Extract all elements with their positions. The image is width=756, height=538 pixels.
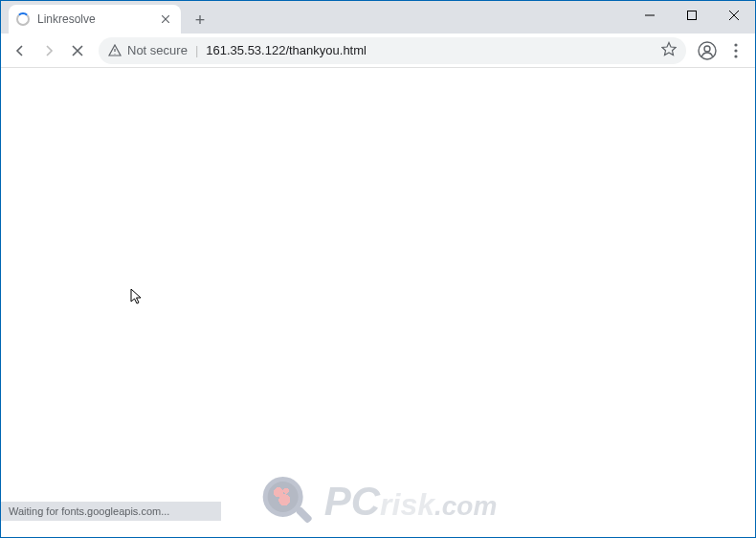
forward-button[interactable] <box>35 37 62 64</box>
cursor-icon <box>130 288 144 305</box>
close-icon <box>72 45 83 56</box>
profile-button[interactable] <box>694 37 721 64</box>
watermark-text: PCrisk.com <box>324 479 498 525</box>
svg-point-4 <box>734 49 737 52</box>
arrow-left-icon <box>12 43 28 58</box>
tab-title: Linkresolve <box>37 12 158 26</box>
magnifier-icon <box>259 473 317 530</box>
back-button[interactable] <box>7 37 33 64</box>
star-icon <box>661 41 677 56</box>
loading-spinner-icon <box>16 12 30 26</box>
separator: | <box>195 43 198 57</box>
security-label: Not secure <box>127 43 188 57</box>
plus-icon: + <box>195 11 206 31</box>
svg-point-2 <box>704 46 710 52</box>
kebab-icon <box>734 43 738 58</box>
svg-point-5 <box>734 55 737 57</box>
toolbar: Not secure | 161.35.53.122/thankyou.html <box>1 34 755 68</box>
browser-window: Linkresolve + <box>0 0 756 538</box>
page-viewport <box>1 68 755 537</box>
user-icon <box>698 41 717 60</box>
close-tab-button[interactable] <box>158 11 173 27</box>
close-icon <box>729 11 739 20</box>
menu-button[interactable] <box>723 37 749 64</box>
bookmark-button[interactable] <box>661 41 677 59</box>
watermark: PCrisk.com <box>259 473 498 530</box>
stop-reload-button[interactable] <box>64 37 91 64</box>
browser-tab[interactable]: Linkresolve <box>9 5 181 34</box>
close-window-button[interactable] <box>713 1 755 30</box>
minimize-button[interactable] <box>629 1 671 30</box>
address-bar[interactable]: Not secure | 161.35.53.122/thankyou.html <box>99 37 686 64</box>
maximize-icon <box>687 11 697 20</box>
minimize-icon <box>645 11 655 20</box>
close-icon <box>162 15 169 23</box>
svg-rect-0 <box>688 11 697 20</box>
window-controls <box>629 1 755 30</box>
new-tab-button[interactable]: + <box>187 7 213 34</box>
status-bar: Waiting for fonts.googleapis.com... <box>1 502 221 521</box>
svg-point-1 <box>699 42 716 59</box>
svg-point-3 <box>734 43 737 46</box>
url-text: 161.35.53.122/thankyou.html <box>206 43 367 57</box>
status-text: Waiting for fonts.googleapis.com... <box>9 505 169 517</box>
arrow-right-icon <box>41 43 56 58</box>
tab-strip: Linkresolve + <box>1 1 755 34</box>
maximize-button[interactable] <box>671 1 713 30</box>
warning-icon <box>108 44 122 57</box>
